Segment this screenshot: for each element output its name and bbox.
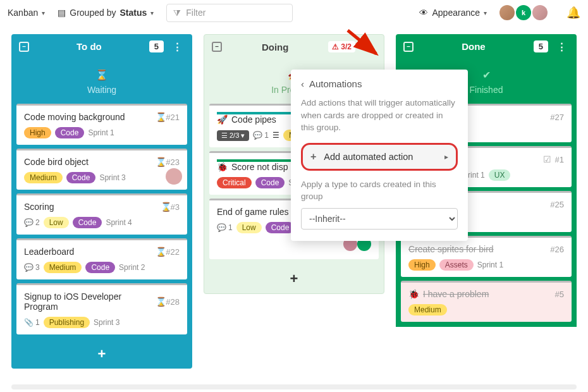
card-title: Leaderboard [24,247,152,257]
wip-warning: ⚠ 3/2 [328,41,355,52]
avatar[interactable] [532,5,548,20]
category-pill: Code [73,217,102,228]
card[interactable]: Signup to iOS Developer Program⌛#28 📎1 P… [16,283,187,334]
scrollbar[interactable] [11,384,577,389]
card-title: Code bird object [24,157,152,167]
card-id: #28 [166,297,180,307]
stack-icon: ▤ [58,8,66,18]
column-header: – Done 5 ⋮ [396,34,577,59]
priority-pill: Medium [44,262,82,273]
list-icon: ☰ [273,131,279,140]
priority-pill: Medium [408,304,447,315]
check-icon: ☑ [543,154,551,164]
hourglass-icon: ⌛ [156,112,162,122]
column-menu-icon[interactable]: ⋮ [170,41,185,52]
priority-pill: Low [44,217,69,228]
rocket-icon: 🚀 [217,114,228,125]
priority-pill: High [408,259,436,271]
chevron-down-icon: ▾ [150,9,154,16]
card[interactable]: Code bird object⌛#23 Medium Code Sprint … [16,149,187,190]
tag-pill: UX [489,169,511,181]
view-switcher[interactable]: Kanban ▾ [8,8,45,18]
sprint-tag: Sprint 2 [119,263,145,272]
filter-input[interactable]: ⧩ Filter [166,4,293,22]
attachment-count: 📎1 [24,318,40,327]
collapse-icon[interactable]: – [19,42,29,52]
comment-count: 💬3 [24,263,40,272]
bug-icon: 🐞 [217,162,228,172]
column-menu-icon[interactable]: ⋮ [362,41,376,52]
subtask-progress: ☰ 2/3 ▾ [217,130,249,141]
column-menu-icon[interactable]: ⋮ [554,41,569,52]
popover-back[interactable]: ‹ Automations [301,78,458,89]
column-todo: – To do 5 ⋮ ⌛ Waiting Code moving backgr… [11,34,192,369]
group-value: Status [119,8,147,18]
action-label: Add automated action [324,152,413,162]
sprint-tag: Sprint 1 [477,260,503,269]
assignee-avatar[interactable] [166,168,182,185]
card-count: 5 [534,40,548,52]
sprint-tag: Sprint 3 [99,173,125,182]
filter-placeholder: Filter [186,8,205,18]
hourglass-icon: ⌛ [156,157,162,167]
card-id: #27 [550,113,564,122]
category-pill: Code [255,177,285,188]
swimlane-header: ⌛ Waiting [11,59,192,104]
card[interactable]: 🐞I have a problem#5 Medium [401,281,572,322]
popover-subdescription: Apply a type to cards created in this gr… [301,178,458,203]
column-header: – To do 5 ⋮ [11,34,192,59]
appearance-menu[interactable]: 👁 Appearance ▾ [419,8,487,18]
column-title: To do [35,41,143,52]
card-id: #5 [555,290,564,299]
card-id: #22 [166,247,180,257]
presence-avatars: k [499,5,548,20]
card[interactable]: Create sprites for bird#26 High Assets S… [401,236,572,277]
hourglass-icon: ⌛ [156,247,162,257]
automations-popover: ‹ Automations Add actions that will trig… [291,70,468,241]
avatar[interactable] [499,5,515,20]
popover-title: Automations [309,78,362,89]
plus-icon: + [310,151,316,162]
card-id: #3 [171,202,180,212]
view-label: Kanban [8,8,38,18]
category-pill: Code [85,262,115,273]
hourglass-icon: ⌛ [156,297,162,307]
sprint-tag: Sprint 1 [88,128,114,137]
card-count: 5 [149,40,164,52]
card-title: I have a problem [423,289,551,299]
card-title: Create sprites for bird [408,244,546,254]
add-card-button[interactable]: + [11,340,192,369]
chevron-down-icon: ▾ [484,9,487,16]
card[interactable]: Scoring⌛#3 💬2 Low Code Sprint 4 [16,193,187,235]
group-label: Grouped by [70,8,116,18]
priority-pill: High [24,127,51,138]
column-header: – Doing ⚠ 3/2 ⋮ [204,35,384,59]
collapse-icon[interactable]: – [212,42,222,52]
card-id: #26 [550,245,564,254]
comment-count: 💬1 [253,131,269,140]
group-by[interactable]: ▤ Grouped by Status ▾ [58,8,154,18]
swimlane-title: Waiting [18,85,186,95]
check-icon: ✔ [482,69,491,81]
card-id: #1 [555,155,564,164]
avatar[interactable]: k [516,5,531,20]
card[interactable]: Code moving background⌛#21 High Code Spr… [16,104,187,145]
card-type-select[interactable]: --Inherit-- [301,208,458,230]
card-id: #21 [166,113,180,122]
card[interactable]: Leaderboard⌛#22 💬3 Medium Code Sprint 2 [16,238,187,279]
priority-pill: Critical [217,177,252,188]
chevron-right-icon: ▸ [444,152,448,161]
notifications-icon[interactable]: 🔔 [567,6,580,20]
collapse-icon[interactable]: – [403,42,413,52]
sprint-tag: Sprint 4 [106,218,132,227]
column-title: Doing [228,42,322,52]
add-automated-action-button[interactable]: + Add automated action ▸ [301,143,458,171]
card-list: Code moving background⌛#21 High Code Spr… [11,104,192,340]
add-card-button[interactable]: + [204,264,384,293]
category-pill: Code [66,172,96,183]
chevron-down-icon: ▾ [42,9,45,16]
category-pill: Publishing [44,317,90,328]
card-id: #23 [166,157,180,167]
popover-description: Add actions that will trigger automatica… [301,97,458,134]
column-title: Done [420,41,527,52]
